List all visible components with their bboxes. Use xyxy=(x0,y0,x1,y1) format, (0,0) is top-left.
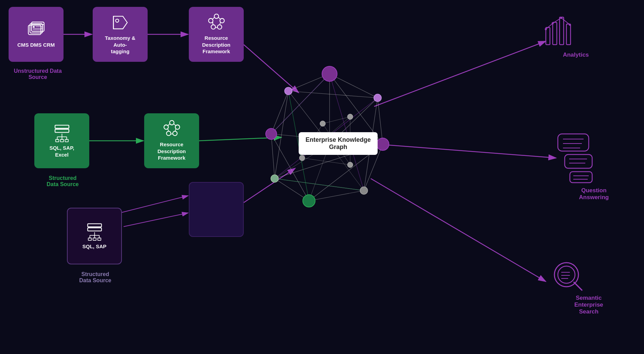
svg-rect-63 xyxy=(546,27,550,45)
sql-bottom-icon xyxy=(85,222,104,241)
svg-line-8 xyxy=(244,168,295,203)
svg-rect-109 xyxy=(55,129,69,133)
svg-point-55 xyxy=(303,195,315,207)
svg-point-56 xyxy=(271,175,278,182)
svg-point-59 xyxy=(347,114,353,119)
svg-point-58 xyxy=(320,121,325,126)
sql-icon xyxy=(53,124,71,142)
svg-line-124 xyxy=(174,124,176,126)
svg-line-21 xyxy=(288,91,378,98)
dark-box xyxy=(189,182,244,237)
kg-box: Enterprise KnowledgeGraph xyxy=(299,132,378,155)
svg-rect-66 xyxy=(566,24,571,45)
rdf-mid-label: ResourceDescriptionFramework xyxy=(158,141,186,161)
svg-point-81 xyxy=(554,263,578,287)
search-text: SemanticEnterpriseSearch xyxy=(574,295,603,315)
svg-line-11 xyxy=(374,41,546,106)
svg-point-53 xyxy=(374,94,381,102)
svg-rect-128 xyxy=(88,224,101,227)
svg-point-67 xyxy=(545,28,547,30)
svg-point-118 xyxy=(170,121,174,125)
svg-line-13 xyxy=(371,179,546,282)
svg-line-16 xyxy=(288,74,330,91)
svg-line-14 xyxy=(330,74,378,98)
svg-line-32 xyxy=(275,91,288,179)
svg-point-69 xyxy=(560,17,562,19)
svg-point-60 xyxy=(299,155,305,161)
svg-point-50 xyxy=(322,66,337,81)
svg-point-95 xyxy=(115,19,118,22)
svg-rect-65 xyxy=(560,17,564,45)
structured-bottom-label: StructuredData Source xyxy=(64,271,127,284)
svg-line-40 xyxy=(275,179,364,191)
svg-point-52 xyxy=(266,128,277,139)
sql-sap-bottom-label: SQL, SAP xyxy=(82,243,106,250)
structured-top-label: StructuredData Source xyxy=(34,175,91,187)
svg-rect-75 xyxy=(565,155,592,168)
rdf-top-label: ResourceDescriptionFramework xyxy=(202,35,231,55)
svg-point-101 xyxy=(217,25,222,29)
svg-line-12 xyxy=(378,144,556,158)
svg-point-68 xyxy=(552,22,554,24)
qa-text: QuestionAnswering xyxy=(579,187,609,201)
svg-line-123 xyxy=(168,124,170,126)
svg-line-44 xyxy=(323,117,350,124)
sql-sap-excel-box: SQL, SAP,Excel xyxy=(34,113,89,168)
svg-point-51 xyxy=(377,138,389,150)
cms-dms-crm-box: CMS DMS CRM xyxy=(9,7,64,62)
taxonomy-label: Taxonomy &Auto-tagging xyxy=(105,35,136,55)
rdf-mid-icon xyxy=(162,120,181,139)
analytics-text: Analytics xyxy=(563,52,589,58)
rdf-mid-box: ResourceDescriptionFramework xyxy=(144,113,199,168)
svg-rect-71 xyxy=(558,134,589,151)
kg-label: Enterprise KnowledgeGraph xyxy=(306,136,371,150)
svg-line-49 xyxy=(302,158,350,165)
svg-rect-129 xyxy=(88,228,101,231)
svg-line-102 xyxy=(212,18,214,20)
svg-line-33 xyxy=(271,91,288,134)
question-answering-label: QuestionAnswering xyxy=(560,187,628,201)
svg-rect-78 xyxy=(570,172,592,183)
taxonomy-box: Taxonomy &Auto-tagging xyxy=(93,7,148,62)
svg-line-29 xyxy=(275,179,309,201)
svg-line-103 xyxy=(218,18,220,20)
svg-line-19 xyxy=(378,98,383,144)
svg-line-41 xyxy=(271,74,330,134)
svg-line-27 xyxy=(309,191,364,201)
svg-rect-64 xyxy=(553,22,557,45)
svg-point-70 xyxy=(569,24,571,26)
svg-line-5 xyxy=(244,45,299,93)
semantic-search-label: SemanticEnterpriseSearch xyxy=(554,295,623,315)
svg-line-31 xyxy=(271,134,275,179)
svg-rect-91 xyxy=(33,26,35,28)
svg-point-61 xyxy=(347,162,353,168)
svg-rect-108 xyxy=(55,125,69,128)
svg-point-122 xyxy=(173,131,177,136)
svg-line-9 xyxy=(124,213,188,227)
svg-line-7 xyxy=(199,137,281,141)
svg-point-82 xyxy=(558,266,575,283)
rdf-top-box: ResourceDescriptionFramework xyxy=(189,7,244,62)
analytics-label: Analytics xyxy=(546,52,606,58)
svg-point-97 xyxy=(214,14,219,19)
svg-point-54 xyxy=(285,87,292,95)
taxonomy-icon xyxy=(111,14,130,33)
cms-icon xyxy=(27,21,46,39)
svg-point-100 xyxy=(211,25,215,29)
svg-line-17 xyxy=(271,74,330,134)
svg-line-28 xyxy=(275,179,364,191)
sql-sap-excel-label: SQL, SAP,Excel xyxy=(49,145,74,158)
rdf-top-icon xyxy=(207,14,226,33)
sql-sap-bottom-box: SQL, SAP xyxy=(67,208,122,264)
svg-line-83 xyxy=(574,282,582,290)
unstructured-label: Unstructured Data Source xyxy=(10,68,65,80)
diagram-container: CMS DMS CRM Unstructured Data Source Tax… xyxy=(0,0,644,354)
svg-point-121 xyxy=(166,131,171,136)
svg-point-57 xyxy=(360,187,368,194)
cms-label: CMS DMS CRM xyxy=(17,42,55,48)
